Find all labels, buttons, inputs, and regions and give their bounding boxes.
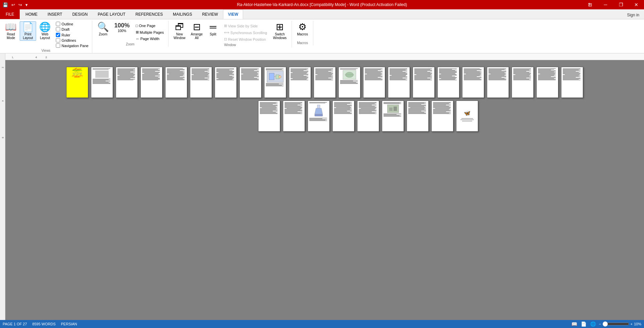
page-27-with-image[interactable] — [382, 101, 404, 132]
read-mode-button[interactable]: 📖 ReadMode — [3, 21, 19, 41]
sign-in-link[interactable]: Sign in — [622, 11, 644, 19]
ruler-checkbox[interactable] — [56, 33, 60, 37]
document-area[interactable]: تحقیق آنلاین Tahghighonline.ir مرجع دانل… — [5, 60, 644, 326]
page-12[interactable] — [338, 67, 360, 98]
arrange-all-button[interactable]: ⊟ ArrangeAll — [189, 21, 205, 41]
zoom-100-button[interactable]: 100% 100% — [112, 21, 132, 34]
svg-rect-15 — [317, 105, 320, 108]
page-7[interactable] — [215, 67, 237, 98]
page-3[interactable] — [116, 67, 138, 98]
page-24[interactable] — [308, 101, 330, 132]
page-14[interactable] — [388, 67, 410, 98]
page-width-button[interactable]: ↔ Page Width — [134, 36, 166, 42]
page-18[interactable] — [487, 67, 509, 98]
page-2[interactable] — [91, 67, 113, 98]
page-4[interactable] — [140, 67, 163, 98]
page-8[interactable] — [239, 67, 261, 98]
one-page-icon: □ — [136, 24, 138, 28]
outline-checkbox-label[interactable]: Outline — [55, 21, 89, 26]
page-13[interactable] — [363, 67, 385, 98]
arrange-all-icon: ⊟ — [193, 22, 201, 32]
zoom-out-button[interactable]: − — [599, 322, 601, 326]
zoom-slider-area: − + 10% — [599, 321, 641, 327]
web-layout-status-button[interactable]: 🌐 — [589, 321, 596, 327]
navigation-pane-checkbox[interactable] — [56, 43, 60, 48]
switch-windows-button[interactable]: ⊞ SwitchWindows — [271, 21, 289, 41]
page-width-label: Page Width — [140, 37, 159, 41]
ruler-checkbox-label[interactable]: Ruler — [55, 32, 89, 37]
page-17[interactable] — [462, 67, 484, 98]
draft-checkbox[interactable] — [56, 27, 60, 31]
zoom-small-buttons: □ One Page ⊞ Multiple Pages ↔ Page Width — [134, 23, 166, 42]
tab-mailings[interactable]: MAILINGS — [168, 9, 197, 19]
outline-label: Outline — [62, 22, 73, 26]
zoom-button[interactable]: 🔍 Zoom — [95, 21, 111, 37]
restore-button[interactable]: ❐ — [613, 0, 629, 9]
flask-svg — [314, 104, 323, 117]
page-19[interactable] — [512, 67, 534, 98]
page-16[interactable] — [437, 67, 459, 98]
page-last-butterfly[interactable]: 🦋 — [456, 101, 478, 132]
page-11[interactable] — [314, 67, 336, 98]
new-window-button[interactable]: 🗗 NewWindow — [171, 21, 188, 41]
tab-design[interactable]: DESIGN — [67, 9, 93, 19]
page-1[interactable]: تحقیق آنلاین Tahghighonline.ir مرجع دانل… — [66, 67, 88, 98]
outline-checkbox[interactable] — [56, 22, 60, 26]
title-bar: 💾 ↩ ↪ ▾ Ra-Aktor-Hastehee-Va-Karkard-An.… — [0, 0, 644, 9]
page-27-svg — [388, 105, 399, 113]
zoom-group-label: Zoom — [95, 42, 166, 46]
page-28[interactable] — [407, 101, 429, 132]
zoom-in-button[interactable]: + — [631, 322, 633, 326]
web-layout-button[interactable]: 🌐 WebLayout — [37, 21, 53, 41]
view-side-by-side-button[interactable]: ⊞ View Side by Side — [222, 23, 269, 29]
page-26[interactable] — [357, 101, 379, 132]
page-9-diagram — [267, 71, 284, 83]
status-bar: PAGE 1 OF 27 8595 WORDS PERSIAN 📖 📄 🌐 − … — [0, 320, 644, 328]
macros-button[interactable]: ⚙ Macros — [295, 21, 310, 37]
reset-window-position-button[interactable]: ⊡ Reset Window Position — [222, 36, 269, 42]
tab-view[interactable]: VIEW — [223, 9, 243, 19]
page-23[interactable] — [283, 101, 305, 132]
synchronous-scrolling-button[interactable]: ⟺ Synchronous Scrolling — [222, 29, 269, 36]
page-29[interactable] — [431, 101, 453, 132]
one-page-label: One Page — [139, 24, 155, 28]
tab-review[interactable]: REVIEW — [197, 9, 223, 19]
undo-button[interactable]: ↩ — [10, 1, 16, 9]
page-20[interactable] — [536, 67, 558, 98]
tab-references[interactable]: REFERENCES — [130, 9, 168, 19]
customize-quick-access-button[interactable]: ▾ — [24, 1, 29, 9]
page-5[interactable] — [165, 67, 187, 98]
minimize-button[interactable]: ─ — [598, 0, 613, 9]
one-page-button[interactable]: □ One Page — [134, 23, 166, 29]
svg-text:4: 4 — [35, 56, 37, 59]
zoom-slider[interactable] — [603, 321, 629, 327]
svg-text:8: 8 — [2, 137, 4, 138]
restore-ribbon-button[interactable]: ⊟ — [582, 0, 598, 9]
page-15[interactable] — [413, 67, 435, 98]
svg-point-11 — [279, 75, 281, 78]
page-10[interactable] — [289, 67, 311, 98]
page-6[interactable] — [190, 67, 212, 98]
window-group-label: Window — [171, 42, 289, 47]
draft-checkbox-label[interactable]: Draft — [55, 27, 89, 32]
tab-file[interactable]: FILE — [0, 9, 20, 19]
gridlines-checkbox[interactable] — [56, 38, 60, 42]
tab-page-layout[interactable]: PAGE LAYOUT — [93, 9, 130, 19]
split-button[interactable]: ═ Split — [206, 21, 220, 37]
save-button[interactable]: 💾 — [1, 1, 9, 9]
page-22[interactable] — [258, 101, 280, 132]
navigation-pane-checkbox-label[interactable]: Navigation Pane — [55, 43, 89, 48]
print-layout-status-button[interactable]: 📄 — [580, 321, 587, 327]
tab-insert[interactable]: INSERT — [42, 9, 67, 19]
page-25[interactable] — [332, 101, 354, 132]
redo-button[interactable]: ↪ — [17, 1, 23, 9]
multiple-pages-button[interactable]: ⊞ Multiple Pages — [134, 29, 166, 35]
print-layout-button[interactable]: 📄 PrintLayout — [20, 21, 36, 41]
tab-home[interactable]: HOME — [20, 9, 42, 19]
page-21[interactable] — [561, 67, 583, 98]
language: PERSIAN — [61, 322, 77, 326]
read-mode-status-button[interactable]: 📖 — [571, 321, 577, 327]
page-9[interactable] — [264, 67, 286, 98]
gridlines-checkbox-label[interactable]: Gridlines — [55, 38, 89, 43]
close-button[interactable]: ✕ — [629, 0, 644, 9]
